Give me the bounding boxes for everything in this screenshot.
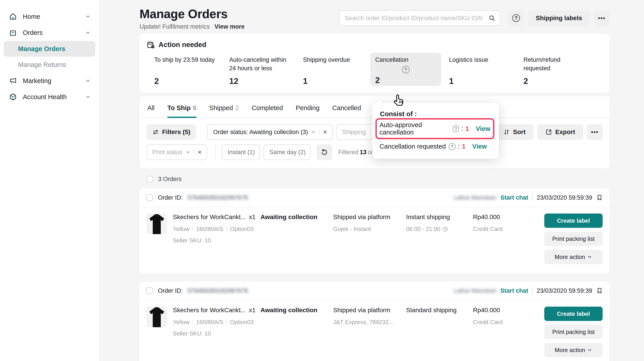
action-card-count: 1	[449, 77, 519, 86]
tab-label: All	[147, 104, 154, 112]
start-chat-link[interactable]: Start chat	[500, 194, 528, 201]
print-status-filter-chip[interactable]: Print status	[146, 144, 207, 160]
tab-completed[interactable]: Completed	[252, 104, 283, 118]
cursor-pointer-icon	[392, 91, 406, 107]
tab-label: Cancelled	[332, 104, 361, 112]
order-status: Awaiting collection	[260, 307, 333, 314]
search-icon[interactable]	[488, 15, 496, 22]
main-content: Manage Orders Update! Fulfilment metrics…	[99, 0, 644, 361]
order-checkbox[interactable]	[146, 287, 153, 294]
instant-filter-chip[interactable]: Instant (1)	[222, 144, 260, 160]
sidebar-item-label: Home	[23, 13, 85, 20]
shipping-type-col: Standard shipping	[406, 307, 473, 314]
view-more-link[interactable]: View more	[214, 23, 245, 30]
chevron-down-icon	[587, 254, 592, 259]
print-packing-list-button[interactable]: Print packing list	[544, 325, 603, 339]
export-button[interactable]: Export	[537, 124, 583, 140]
shipping-labels-label: Shipping labels	[536, 15, 582, 22]
sidebar-item-marketing[interactable]: Marketing	[0, 73, 99, 89]
sort-button[interactable]: Sort	[495, 124, 534, 140]
tab-pending[interactable]: Pending	[296, 104, 319, 118]
action-card-auto-canceling[interactable]: Auto-canceling within 24 hours or less 1…	[229, 56, 303, 86]
more-filters-button[interactable]: •••	[587, 124, 603, 140]
product-image[interactable]	[146, 213, 167, 234]
question-circle-icon[interactable]: ?	[402, 66, 410, 73]
question-circle-icon[interactable]: ?	[448, 143, 456, 150]
create-label-button[interactable]: Create label	[544, 307, 603, 321]
shipping-labels-button[interactable]: Shipping labels	[528, 10, 590, 26]
vertical-divider	[215, 145, 216, 159]
sidebar-item-account-health[interactable]: Account Health	[0, 89, 99, 105]
action-card-to-ship[interactable]: To ship by 23:59 today 2	[154, 56, 229, 86]
home-icon	[9, 13, 17, 21]
divider	[226, 320, 227, 325]
tab-shipped[interactable]: Shipped 2	[209, 104, 239, 118]
carrier: Gojek - Instant	[333, 226, 406, 232]
tab-all[interactable]: All	[147, 104, 154, 118]
action-card-cancellation[interactable]: Cancellation ? 2	[370, 53, 441, 86]
order-header: Order ID: 576469283162067676 Lalisa Mano…	[140, 188, 610, 207]
product-image[interactable]	[146, 307, 167, 327]
product-name[interactable]: Skechers for WorkCankt...	[173, 213, 246, 221]
order-checkbox[interactable]	[146, 194, 153, 201]
buyer-name-blurred: Lalisa Manoban	[454, 194, 496, 201]
action-needed-title: Action needed	[158, 41, 206, 49]
create-label-text: Create label	[557, 217, 590, 224]
action-card-label: Logistics issue	[449, 56, 514, 73]
view-link[interactable]: View	[476, 125, 490, 133]
payment-method: Credit Card	[473, 226, 526, 232]
sidebar-item-manage-returns[interactable]: Manage Returns	[4, 57, 95, 73]
order-header: Order ID: 576469283162067676 Lalisa Mano…	[140, 281, 610, 300]
bookmark-icon[interactable]	[596, 287, 603, 294]
print-packing-text: Print packing list	[552, 235, 594, 242]
order-id-label: Order ID:	[158, 194, 183, 201]
order-id-value-blurred: 576469283162067676	[188, 194, 248, 201]
tab-cancelled[interactable]: Cancelled	[332, 104, 361, 118]
action-card-shipping-overdue[interactable]: Shipping overdue 1	[303, 56, 375, 86]
bookmark-icon[interactable]	[596, 194, 603, 201]
help-button[interactable]: ?	[508, 10, 524, 26]
question-circle-icon[interactable]: ?	[452, 125, 459, 132]
megaphone-icon	[9, 77, 17, 85]
order-card: Order ID: 576469283162067676 Lalisa Mano…	[140, 188, 610, 273]
cancellation-tooltip: Consist of : Auto-approved cancellation …	[372, 103, 499, 159]
shipping-method-col: Shipped via platform Gojek - Instant	[333, 213, 406, 232]
tooltip-title: Consist of :	[380, 110, 492, 118]
same-day-filter-chip[interactable]: Same day (2)	[264, 144, 310, 160]
filters-button[interactable]: Filters (5)	[146, 124, 196, 140]
sidebar-item-orders[interactable]: Orders	[0, 25, 99, 41]
action-card-label: Return/refund requested	[524, 56, 588, 73]
order-status-filter-chip[interactable]: Order status: Awaiting collection (3)	[207, 124, 332, 140]
sidebar-item-manage-orders[interactable]: Manage Orders	[4, 41, 95, 57]
print-packing-text: Print packing list	[552, 328, 594, 335]
tab-count: 2	[235, 104, 239, 112]
divider	[532, 194, 533, 201]
start-chat-link[interactable]: Start chat	[500, 287, 528, 294]
action-needed-row: To ship by 23:59 today 2 Auto-canceling …	[146, 56, 603, 86]
reset-filters-button[interactable]	[317, 144, 332, 160]
action-card-label: To ship by 23:59 today	[154, 56, 219, 73]
more-action-button[interactable]: More action	[544, 343, 603, 357]
select-all-checkbox[interactable]	[146, 176, 153, 183]
more-options-button[interactable]: •••	[594, 10, 610, 26]
view-link[interactable]: View	[472, 143, 487, 150]
tab-label: Completed	[252, 104, 283, 112]
tab-to-ship[interactable]: To Ship 6	[167, 104, 196, 118]
sidebar-item-home[interactable]: Home	[0, 9, 99, 25]
chip-divider	[319, 129, 320, 135]
order-actions: Create label Print packing list More act…	[544, 213, 603, 264]
refresh-icon	[321, 148, 328, 156]
create-label-button[interactable]: Create label	[544, 213, 603, 228]
print-packing-list-button[interactable]: Print packing list	[544, 232, 603, 246]
more-action-button[interactable]: More action	[544, 250, 603, 264]
tooltip-row-count: 1	[462, 143, 466, 150]
action-card-label: Shipping overdue	[303, 56, 368, 73]
close-icon[interactable]	[197, 150, 202, 155]
cube-icon	[9, 93, 17, 101]
search-input[interactable]	[345, 15, 488, 22]
action-card-return-refund[interactable]: Return/refund requested 2	[524, 56, 598, 86]
action-card-logistics-issue[interactable]: Logistics issue 1	[449, 56, 524, 86]
product-name[interactable]: Skechers for WorkCankt...	[173, 307, 246, 314]
tab-count: 6	[193, 104, 196, 112]
close-icon[interactable]	[323, 130, 328, 135]
